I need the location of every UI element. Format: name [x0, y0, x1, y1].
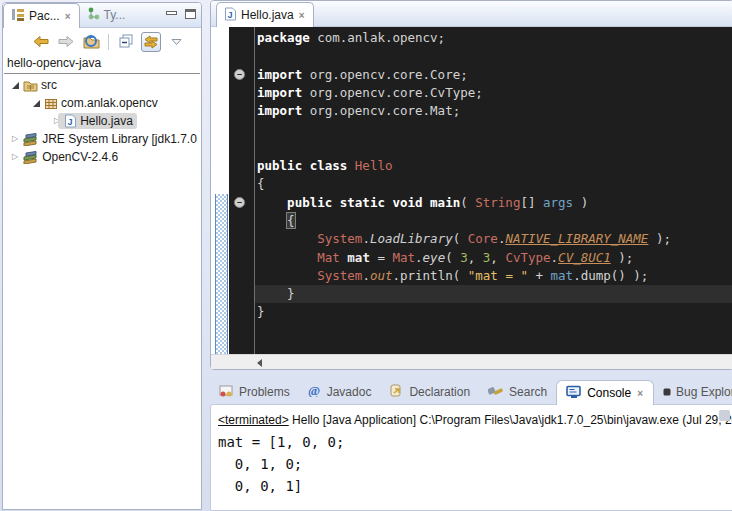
tab-console[interactable]: Console×	[556, 380, 654, 405]
tree-item-jre-system-library-jdk1-7-0[interactable]: ▷JRE System Library [jdk1.7.0	[3, 130, 201, 148]
close-icon[interactable]: ×	[64, 11, 72, 22]
bug-icon	[663, 385, 671, 399]
bottom-tabstrip: Problems@JavadocDeclarationSearchConsole…	[210, 378, 732, 404]
code-line: System.LoadLibrary( Core.NATIVE_LIBRARY_…	[255, 230, 732, 248]
tab-label: Javadoc	[327, 385, 372, 399]
code-token: .dump() );	[573, 268, 648, 283]
console-output[interactable]: mat = [1, 0, 0; 0, 1, 0; 0, 0, 1]	[211, 429, 732, 497]
code-token: LoadLibrary	[370, 231, 453, 246]
close-icon[interactable]: ×	[636, 388, 644, 399]
fold-gutter[interactable]: ––	[229, 27, 255, 354]
up-button[interactable]	[81, 32, 101, 52]
code-editor[interactable]: –– package com.anlak.opencv; import org.…	[211, 27, 732, 354]
launch-description: Hello [Java Application] C:\Program File…	[289, 413, 732, 427]
tree-item-opencv-2-4-6[interactable]: ▷OpenCV-2.4.6	[3, 148, 201, 166]
tab-declaration[interactable]: Declaration	[380, 379, 479, 404]
code-token: )	[573, 195, 588, 210]
forward-button[interactable]	[56, 32, 76, 52]
code-token: mat	[347, 250, 370, 265]
java-file-icon: J	[224, 7, 237, 24]
code-token: args	[543, 195, 573, 210]
minimize-icon[interactable]	[166, 11, 177, 15]
code-token: .println(	[392, 268, 467, 283]
code-token	[257, 231, 317, 246]
maximize-icon[interactable]	[185, 9, 196, 19]
horizontal-scrollbar[interactable]	[211, 354, 732, 369]
code-token: public static void main	[287, 195, 460, 210]
code-token: Hello	[355, 158, 393, 173]
link-with-editor-button[interactable]	[141, 32, 161, 52]
svg-text:@: @	[308, 384, 320, 397]
code-token: CvType	[505, 250, 550, 265]
code-line	[255, 120, 732, 138]
tree-item-hello-java[interactable]: ▷JHello.java	[3, 112, 201, 130]
javadoc-icon: @	[308, 384, 322, 400]
declaration-icon	[389, 384, 404, 400]
expander-open-icon[interactable]	[33, 100, 40, 107]
tree-item-label: src	[41, 78, 57, 92]
tab-label: Problems	[239, 385, 290, 399]
code-token	[257, 250, 317, 265]
tab-problems[interactable]: Problems	[210, 379, 299, 404]
back-button[interactable]	[31, 32, 51, 52]
back-arrow-icon	[33, 35, 49, 48]
code-line: package com.anlak.opencv;	[255, 29, 732, 47]
fold-collapse-icon[interactable]: –	[234, 69, 245, 80]
code-token: String	[475, 195, 520, 210]
annotation-ruler[interactable]	[211, 27, 229, 354]
code-token: import	[257, 85, 302, 100]
search-icon	[488, 384, 504, 400]
console-icon	[566, 385, 582, 402]
bottom-view-area: Problems@JavadocDeclarationSearchConsole…	[210, 378, 732, 511]
fold-collapse-icon[interactable]: –	[234, 197, 245, 208]
view-menu-icon	[171, 38, 182, 46]
code-token: org.opencv.core.Core;	[302, 67, 468, 82]
project-label[interactable]: hello-opencv-java	[4, 54, 200, 74]
code-token: Mat	[317, 250, 340, 265]
code-token: {	[257, 176, 265, 191]
console-status-line: <terminated> Hello [Java Application] C:…	[211, 405, 732, 429]
editor-tab-hello-java[interactable]: J Hello.java ×	[216, 2, 314, 27]
toolbar-separator	[108, 34, 109, 50]
code-token: import	[257, 67, 302, 82]
tab-label: Search	[509, 385, 547, 399]
tab-package-explorer[interactable]: Pac... ×	[3, 3, 80, 28]
tab-label: Pac...	[29, 9, 60, 23]
code-token: (	[453, 231, 468, 246]
tab-bug-explorer[interactable]: Bug Explorer	[654, 379, 732, 404]
console-toolbar-icon[interactable]	[719, 410, 730, 421]
view-menu-button[interactable]	[166, 32, 186, 52]
scroll-left-arrow-icon[interactable]	[257, 359, 262, 367]
code-token: import	[257, 103, 302, 118]
collapse-all-button[interactable]	[116, 32, 136, 52]
console-output-line: mat = [1, 0, 0;	[218, 431, 732, 453]
tab-type-hierarchy[interactable]: Ty...	[80, 3, 133, 27]
collapse-all-icon	[119, 34, 134, 49]
link-with-editor-icon	[143, 35, 159, 49]
close-icon[interactable]: ×	[298, 10, 306, 21]
code-line: import org.opencv.core.Core;	[255, 66, 732, 84]
code-line: Mat mat = Mat.eye( 3, 3, CvType.CV_8UC1 …	[255, 249, 732, 267]
code-line: public class Hello	[255, 157, 732, 175]
code-token: .	[362, 231, 370, 246]
expander-open-icon[interactable]	[12, 82, 19, 89]
tab-javadoc[interactable]: @Javadoc	[299, 379, 381, 404]
code-token: 3	[460, 250, 468, 265]
tree-item-com-anlak-opencv[interactable]: com.anlak.opencv	[3, 94, 201, 112]
package-icon	[44, 97, 58, 110]
code-token: }	[257, 286, 295, 301]
code-token: ,	[490, 250, 505, 265]
code-token	[257, 268, 317, 283]
code-token: System	[317, 231, 362, 246]
code-token: package	[257, 30, 310, 45]
project-tree: srccom.anlak.opencv▷JHello.java▷JRE Syst…	[3, 74, 201, 166]
tab-search[interactable]: Search	[479, 379, 556, 404]
code-token: Mat	[392, 250, 415, 265]
console-output-line: 0, 1, 0;	[218, 453, 732, 475]
code-line: import org.opencv.core.Mat;	[255, 102, 732, 120]
console-output-line: 0, 0, 1]	[218, 475, 732, 497]
code-line: }	[255, 303, 732, 321]
code-line: }	[255, 285, 732, 303]
code-token: CV_8UC1	[558, 250, 611, 265]
tree-item-src[interactable]: src	[3, 76, 201, 94]
